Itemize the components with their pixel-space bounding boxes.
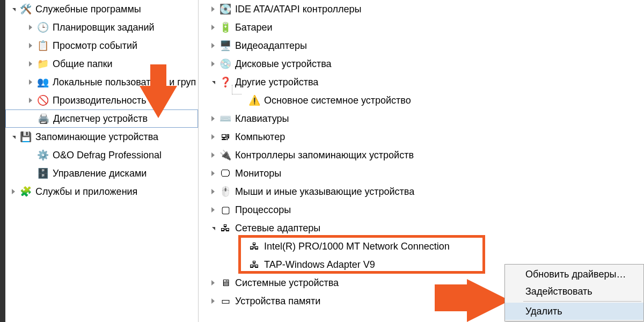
window: 🛠️ Служебные программы 🕒 Планировщик зад…: [0, 0, 644, 322]
device-manager-tree: 💽 IDE ATA/ATAPI контроллеры 🔋 Батареи 🖥️…: [199, 0, 644, 322]
devmgr-icon: 🖨️: [37, 112, 50, 125]
tree-node-storage[interactable]: 💾 Запоминающие устройства: [5, 128, 198, 146]
tree-node-local-users[interactable]: 👥 Локальные пользователи и группы: [5, 73, 198, 91]
tree-label: Клавиатуры: [235, 113, 289, 125]
tree-label: Компьютер: [235, 131, 285, 143]
expander-icon[interactable]: [209, 170, 217, 177]
tree-node-services[interactable]: 🧩 Службы и приложения: [5, 182, 198, 201]
tree-label: Intel(R) PRO/1000 MT Network Connection: [264, 241, 450, 252]
ctx-label: Обновить драйверы…: [525, 269, 626, 280]
memory-icon: ▭: [219, 295, 232, 308]
tree-label: Видеоадаптеры: [235, 40, 307, 52]
battery-icon: 🔋: [219, 21, 232, 34]
expander-icon[interactable]: [209, 279, 217, 287]
tree-label: Системные устройства: [235, 277, 339, 289]
services-icon: 🧩: [19, 185, 32, 198]
spacer: [27, 170, 34, 177]
expander-icon[interactable]: [27, 97, 34, 104]
other-icon: ❓: [219, 76, 232, 89]
device-category-drives[interactable]: 💿 Дисковые устройства: [199, 55, 644, 73]
device-category-other[interactable]: ❓ Другие устройства: [199, 73, 644, 91]
tree-label: Другие устройства: [235, 77, 318, 88]
tree-node-shared-folders[interactable]: 📁 Общие папки: [5, 55, 198, 73]
expander-icon[interactable]: [27, 24, 34, 31]
device-category-monitors[interactable]: 🖵 Мониторы: [199, 164, 644, 182]
expander-icon[interactable]: [209, 60, 217, 68]
eventlog-icon: 📋: [36, 39, 49, 52]
expander-icon[interactable]: [209, 5, 217, 13]
device-category-keyboards[interactable]: ⌨️ Клавиатуры: [199, 109, 644, 128]
ctx-uninstall[interactable]: Удалить: [505, 303, 643, 320]
drive-icon: 💿: [219, 57, 232, 70]
expander-icon[interactable]: [27, 60, 34, 68]
folders-icon: 📁: [36, 57, 49, 70]
expander-icon[interactable]: [27, 42, 34, 49]
device-item-intel-nic[interactable]: 🖧 Intel(R) PRO/1000 MT Network Connectio…: [199, 237, 644, 255]
storage-icon: 💾: [19, 130, 32, 143]
tree-node-event-viewer[interactable]: 📋 Просмотр событий: [5, 36, 198, 55]
tree-label: Запоминающие устройства: [35, 131, 158, 143]
device-category-ide[interactable]: 💽 IDE ATA/ATAPI контроллеры: [199, 0, 644, 18]
expander-icon[interactable]: [209, 133, 217, 141]
device-item-base-system[interactable]: ⚠️ Основное системное устройство: [199, 91, 644, 109]
expander-icon[interactable]: [209, 206, 217, 214]
expander-icon[interactable]: [209, 115, 217, 122]
spacer: [27, 151, 34, 159]
tree-node-disk-mgmt[interactable]: 🗄️ Управление дисками: [5, 164, 198, 182]
expander-icon[interactable]: [10, 188, 17, 195]
nic-icon: 🖧: [248, 258, 261, 271]
device-category-batteries[interactable]: 🔋 Батареи: [199, 18, 644, 36]
expander-icon[interactable]: [209, 78, 217, 86]
context-menu: Обновить драйверы… Задействовать Удалить: [504, 264, 644, 321]
device-category-display[interactable]: 🖥️ Видеоадаптеры: [199, 36, 644, 55]
warn-icon: ⚠️: [248, 94, 261, 107]
controller-icon: 🔌: [219, 149, 232, 162]
tree-label: Дисковые устройства: [235, 58, 332, 70]
nic-icon: 🖧: [248, 240, 261, 253]
disk-icon: 🗄️: [36, 167, 49, 180]
device-category-computer[interactable]: 🖳 Компьютер: [199, 128, 644, 146]
tree-label: Устройства памяти: [235, 296, 320, 307]
ctx-label: Удалить: [525, 306, 562, 317]
ctx-update-drivers[interactable]: Обновить драйверы…: [505, 266, 643, 283]
tree-label: Просмотр событий: [53, 40, 137, 52]
device-category-network[interactable]: 🖧 Сетевые адаптеры: [199, 219, 644, 237]
expander-icon[interactable]: [209, 188, 217, 195]
expander-icon[interactable]: [209, 297, 217, 305]
clock-icon: 🕒: [36, 21, 49, 34]
expander-icon[interactable]: [10, 5, 17, 13]
expander-icon[interactable]: [209, 42, 217, 49]
expander-icon[interactable]: [209, 224, 217, 232]
expander-icon[interactable]: [209, 24, 217, 31]
ide-icon: 💽: [219, 3, 232, 16]
tree-label: Мониторы: [235, 168, 281, 179]
net-icon: 🖧: [219, 222, 232, 235]
device-category-mice[interactable]: 🖱️ Мыши и иные указывающие устройства: [199, 182, 644, 201]
tree-label: Локальные пользователи и группы: [53, 77, 196, 88]
tree-node-task-scheduler[interactable]: 🕒 Планировщик заданий: [5, 18, 198, 36]
device-category-cpu[interactable]: ▢ Процессоры: [199, 201, 644, 219]
tree-label: Общие папки: [53, 58, 113, 70]
cpu-icon: ▢: [219, 203, 232, 216]
tree-node-performance[interactable]: 🚫 Производительность: [5, 91, 198, 109]
mouse-icon: 🖱️: [219, 185, 232, 198]
perf-icon: 🚫: [36, 94, 49, 107]
tree-label: Основное системное устройство: [264, 95, 411, 106]
tree-node-device-manager[interactable]: 🖨️ Диспетчер устройств: [5, 109, 198, 128]
ctx-enable[interactable]: Задействовать: [505, 283, 643, 300]
window-edge: [0, 0, 5, 322]
tree-label: Процессоры: [235, 204, 291, 216]
monitor-icon: 🖵: [219, 167, 232, 180]
tree-label: Служебные программы: [35, 4, 141, 15]
device-category-storage-controllers[interactable]: 🔌 Контроллеры запоминающих устройств: [199, 146, 644, 164]
expander-icon[interactable]: [209, 151, 217, 159]
tree-node-utilities[interactable]: 🛠️ Служебные программы: [5, 0, 198, 18]
expander-icon[interactable]: [10, 133, 17, 141]
ctx-label: Задействовать: [525, 286, 592, 297]
tree-label: O&O Defrag Professional: [53, 150, 162, 161]
tree-label: Производительность: [53, 95, 147, 106]
tree-node-defrag[interactable]: ⚙️ O&O Defrag Professional: [5, 146, 198, 164]
tree-label: Диспетчер устройств: [53, 113, 148, 125]
tools-icon: 🛠️: [19, 3, 32, 16]
expander-icon[interactable]: [27, 78, 34, 86]
